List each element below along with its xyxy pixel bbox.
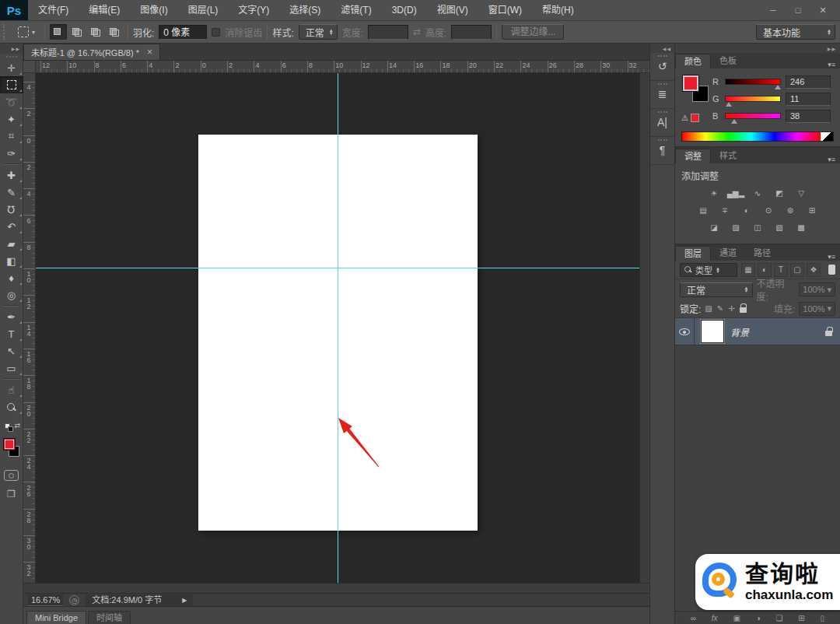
adj-vibrance[interactable]: ▽: [792, 187, 810, 200]
swap-width-height-icon[interactable]: ⇄: [413, 26, 421, 37]
adj-channel-mixer[interactable]: ⊛: [781, 204, 800, 217]
close-button[interactable]: ✕: [812, 3, 834, 17]
dodge-tool[interactable]: ◎: [0, 286, 23, 303]
panel-color-swatches[interactable]: [682, 75, 710, 106]
slider-thumb[interactable]: [731, 119, 737, 124]
dock-expand-button[interactable]: ◀◀: [650, 44, 674, 53]
path-selection-tool[interactable]: ↖: [0, 342, 23, 359]
adjustments-tab[interactable]: 样式: [711, 149, 745, 163]
pen-tool[interactable]: ✒: [0, 308, 23, 325]
channel-value-field[interactable]: 246: [786, 75, 831, 89]
status-menu-arrow-icon[interactable]: ▶: [182, 594, 187, 606]
blend-mode-select[interactable]: 正常 ▲▼: [680, 282, 753, 297]
new-selection-button[interactable]: [50, 24, 67, 40]
tab-close-icon[interactable]: ×: [147, 47, 152, 58]
color-tab[interactable]: 色板: [711, 54, 745, 68]
panel-menu-icon[interactable]: ▾≡: [828, 153, 840, 163]
foreground-color-swatch[interactable]: [3, 438, 16, 450]
filter-shape-layers-icon[interactable]: ▢: [790, 263, 804, 277]
fill-field[interactable]: 100%▾: [799, 302, 835, 316]
menu-item[interactable]: 文件(F): [28, 0, 79, 20]
lock-paint-icon[interactable]: ✎: [717, 304, 723, 313]
adj-black-white[interactable]: ◐: [737, 204, 756, 217]
slider-thumb[interactable]: [726, 102, 732, 107]
height-input[interactable]: [451, 25, 492, 40]
foreground-background-swatches[interactable]: [0, 436, 23, 462]
menu-item[interactable]: 视图(V): [427, 0, 478, 20]
width-input[interactable]: [368, 25, 408, 40]
channel-value-field[interactable]: 11: [786, 93, 831, 106]
menu-item[interactable]: 图像(I): [130, 0, 177, 20]
swap-colors-button[interactable]: ⇄: [0, 422, 23, 434]
panels-collapse-button[interactable]: ▶▶: [675, 44, 840, 53]
add-to-selection-button[interactable]: [68, 24, 86, 40]
paragraph-panel-icon[interactable]: ¶: [650, 137, 675, 165]
filter-smart-objects-icon[interactable]: ❖: [807, 263, 821, 277]
panel-menu-icon[interactable]: ▾≡: [828, 251, 840, 261]
channel-slider[interactable]: [725, 79, 781, 85]
style-select[interactable]: 正常 ▲▼: [299, 24, 338, 40]
crop-tool[interactable]: ⌗: [0, 128, 23, 145]
zoom-level-field[interactable]: 16.67%: [28, 594, 63, 606]
brush-tool[interactable]: ✎: [0, 184, 23, 201]
menu-item[interactable]: 3D(D): [382, 0, 427, 20]
layer-row-background[interactable]: 背景: [675, 318, 840, 345]
rectangular-marquee-tool[interactable]: [0, 76, 23, 93]
refine-edge-button[interactable]: 调整边缘...: [502, 24, 564, 40]
channel-slider[interactable]: [725, 96, 781, 102]
adj-invert[interactable]: ◪: [705, 221, 723, 234]
eyedropper-tool[interactable]: ✑: [0, 145, 23, 162]
quick-selection-tool[interactable]: ✦: [0, 110, 23, 128]
adj-threshold[interactable]: ◫: [748, 221, 767, 234]
hand-tool[interactable]: ☝: [0, 381, 23, 398]
history-brush-tool[interactable]: ↶: [0, 218, 23, 235]
ruler-origin-corner[interactable]: [23, 61, 36, 73]
layers-tab[interactable]: 通道: [711, 246, 745, 261]
slider-thumb[interactable]: [775, 85, 781, 89]
blur-tool[interactable]: ♦: [0, 269, 23, 286]
link-layers-icon[interactable]: ∞: [691, 614, 696, 622]
adj-color-balance[interactable]: ∓: [716, 204, 734, 217]
maximize-button[interactable]: □: [787, 3, 809, 17]
filter-adjustment-layers-icon[interactable]: ◐: [758, 263, 772, 277]
rectangle-tool[interactable]: ▭: [0, 359, 23, 377]
add-layer-mask-icon[interactable]: ▣: [733, 614, 740, 622]
color-spectrum-ramp[interactable]: [681, 131, 834, 142]
adj-levels[interactable]: ▄▆▂: [726, 187, 745, 200]
layer-visibility-toggle[interactable]: [675, 318, 695, 345]
menu-item[interactable]: 图层(L): [178, 0, 229, 20]
panel-menu-icon[interactable]: ▾≡: [828, 58, 840, 68]
tool-preset-picker[interactable]: ▾: [13, 25, 40, 39]
antialias-checkbox[interactable]: [212, 28, 220, 37]
screen-mode-button[interactable]: ❐: [7, 489, 16, 500]
feather-input[interactable]: 0 像素: [159, 25, 207, 40]
layer-style-icon[interactable]: fx: [712, 614, 718, 622]
channel-slider[interactable]: [725, 113, 781, 119]
adj-exposure[interactable]: ◩: [770, 187, 789, 200]
new-layer-icon[interactable]: ⊞: [798, 614, 804, 622]
eraser-tool[interactable]: ▰: [0, 235, 23, 252]
workspace-select[interactable]: 基本功能 ▲▼: [756, 24, 835, 40]
toolbar-collapse-button[interactable]: ▶▶: [0, 44, 23, 54]
lasso-tool[interactable]: ➰: [0, 93, 23, 110]
layer-thumbnail[interactable]: [701, 320, 724, 343]
minimize-button[interactable]: ─: [762, 3, 784, 17]
adj-curves[interactable]: ∿: [748, 187, 767, 200]
new-group-icon[interactable]: ❏: [776, 614, 783, 622]
vertical-ruler[interactable]: 420246810121416182022242628303234: [23, 73, 36, 583]
history-panel-icon[interactable]: ↺: [650, 53, 675, 81]
move-tool[interactable]: ✛: [0, 59, 23, 76]
adj-hue-saturation[interactable]: ▤: [694, 204, 712, 217]
clone-stamp-tool[interactable]: ℧: [0, 201, 23, 218]
opacity-field[interactable]: 100%▾: [799, 282, 835, 296]
lock-position-icon[interactable]: ✛: [728, 304, 734, 313]
adj-selective-color[interactable]: ▩: [792, 221, 810, 234]
gradient-tool[interactable]: ◧: [0, 252, 23, 269]
menu-item[interactable]: 窗口(W): [478, 0, 532, 20]
zoom-tool[interactable]: [0, 398, 23, 415]
menu-item[interactable]: 帮助(H): [532, 0, 584, 20]
menu-item[interactable]: 文字(Y): [228, 0, 279, 20]
adjustments-tab[interactable]: 调整: [675, 149, 711, 163]
adj-color-lookup[interactable]: ⊞: [803, 204, 821, 217]
gamut-warning[interactable]: ⚠: [681, 114, 699, 122]
